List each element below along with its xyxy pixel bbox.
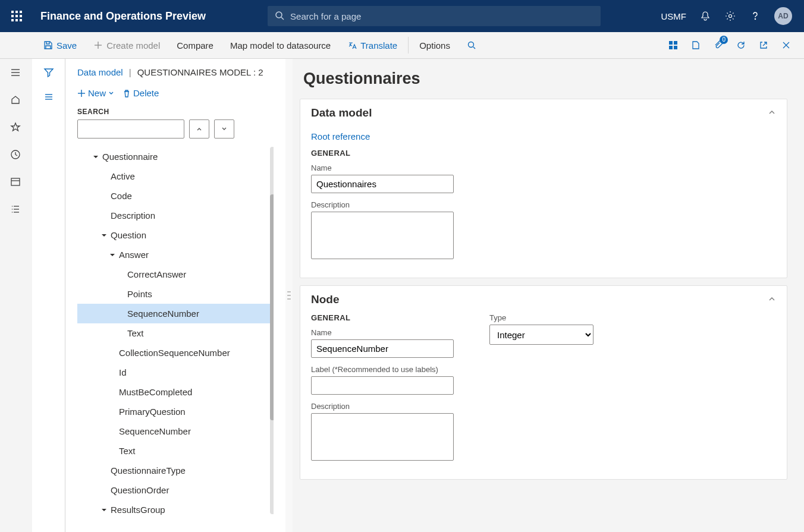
star-icon[interactable] — [10, 122, 22, 134]
avatar[interactable]: AD — [774, 7, 792, 25]
tree-node[interactable]: Points — [77, 284, 274, 304]
caret-icon[interactable] — [108, 251, 117, 259]
breadcrumb-link[interactable]: Data model — [77, 67, 123, 77]
node-type-label: Type — [489, 313, 593, 322]
tree-node[interactable]: Id — [77, 363, 274, 382]
search-icon — [275, 11, 284, 22]
tree-node[interactable]: Answer — [77, 245, 274, 265]
tree-node-label: QuestionOrder — [111, 485, 169, 495]
caret-icon — [108, 388, 117, 396]
hamburger-icon[interactable] — [10, 67, 22, 79]
caret-icon — [117, 290, 125, 298]
refresh-icon[interactable] — [735, 39, 747, 51]
tree-node[interactable]: Question — [77, 225, 274, 245]
global-search[interactable] — [268, 6, 601, 26]
filter-icon[interactable] — [43, 67, 54, 80]
tree-node-label: ResultsGroup — [111, 505, 165, 515]
home-icon[interactable] — [10, 95, 22, 106]
list-toggle-icon[interactable] — [43, 92, 54, 104]
node-label-input[interactable] — [311, 376, 454, 395]
caret-icon[interactable] — [100, 506, 108, 514]
tree-node[interactable]: ResultsGroup — [77, 500, 274, 520]
description-label: Description — [311, 200, 776, 209]
svg-rect-0 — [11, 11, 14, 13]
tree-node[interactable]: Description — [77, 206, 274, 225]
tree-node[interactable]: SequenceNumber — [77, 304, 274, 323]
page-title: Questionnaires — [303, 70, 787, 88]
tree-node[interactable]: Questionnaire — [77, 147, 274, 166]
search-up-button[interactable] — [189, 119, 209, 138]
caret-icon[interactable] — [92, 153, 100, 161]
tree-node-label: SequenceNumber — [119, 426, 191, 436]
bell-icon[interactable] — [699, 10, 711, 22]
general-heading: GENERAL — [311, 149, 776, 158]
svg-rect-7 — [15, 19, 18, 21]
attachment-icon[interactable]: 0 — [712, 39, 724, 51]
gear-icon[interactable] — [724, 10, 736, 22]
modules-icon[interactable] — [10, 204, 22, 216]
page-icon[interactable] — [690, 39, 702, 51]
tree-node[interactable]: QuestionnaireType — [77, 461, 274, 480]
help-icon[interactable] — [749, 10, 761, 22]
search-action-icon[interactable] — [458, 32, 485, 58]
search-down-button[interactable] — [214, 119, 234, 138]
node-name-input[interactable] — [311, 339, 454, 358]
compare-button[interactable]: Compare — [168, 32, 222, 58]
tree-search-input[interactable] — [77, 119, 184, 138]
translate-button[interactable]: Translate — [339, 32, 406, 58]
options-button[interactable]: Options — [411, 32, 458, 58]
svg-point-43 — [290, 295, 291, 296]
close-icon[interactable] — [780, 39, 792, 51]
tree-node[interactable]: CollectionSequenceNumber — [77, 343, 274, 363]
node-description-input[interactable] — [311, 413, 454, 461]
tree-node[interactable]: Text — [77, 323, 274, 343]
create-model-label: Create model — [106, 40, 160, 51]
delete-button[interactable]: Delete — [123, 88, 159, 98]
scrollbar[interactable] — [270, 147, 274, 514]
node-type-select[interactable]: Integer — [489, 325, 593, 345]
root-reference-link[interactable]: Root reference — [311, 131, 370, 141]
svg-point-9 — [276, 12, 282, 18]
splitter-handle[interactable] — [285, 59, 293, 532]
caret-icon — [108, 408, 117, 416]
grid-icon[interactable] — [667, 39, 679, 51]
tree-node[interactable]: CorrectAnswer — [77, 265, 274, 284]
tree-node[interactable]: SequenceNumber — [77, 421, 274, 441]
datamodel-description-input[interactable] — [311, 212, 454, 259]
recent-icon[interactable] — [10, 149, 22, 161]
tree-node[interactable]: Active — [77, 166, 274, 186]
svg-rect-17 — [669, 41, 673, 45]
popout-icon[interactable] — [758, 39, 770, 51]
tree-node-label: QuestionnaireType — [111, 465, 186, 476]
waffle-icon[interactable] — [7, 7, 26, 26]
tree-node-label: Text — [119, 446, 136, 456]
caret-icon — [108, 447, 117, 455]
tree-node[interactable]: Text — [77, 441, 274, 461]
chevron-up-icon[interactable] — [768, 293, 776, 306]
svg-rect-4 — [15, 15, 18, 17]
caret-icon — [108, 349, 117, 357]
tree-node[interactable]: MustBeCompleted — [77, 382, 274, 402]
tree-node-label: Id — [119, 367, 127, 377]
tree-node-label: Text — [127, 328, 144, 338]
global-search-input[interactable] — [290, 11, 593, 21]
tree-node[interactable]: PrimaryQuestion — [77, 402, 274, 421]
company-code[interactable]: USMF — [661, 11, 687, 21]
tree-node[interactable]: QuestionOrder — [77, 480, 274, 500]
new-button[interactable]: New — [77, 88, 114, 98]
caret-icon — [100, 486, 108, 495]
workspace-icon[interactable] — [10, 177, 22, 188]
card-title: Node — [311, 293, 340, 306]
detail-panel: Questionnaires Data model Root reference… — [293, 59, 804, 532]
map-model-button[interactable]: Map model to datasource — [222, 32, 339, 58]
save-button[interactable]: Save — [35, 32, 85, 58]
tree-node[interactable]: Code — [77, 186, 274, 206]
caret-icon — [108, 427, 117, 436]
app-title: Finance and Operations Preview — [40, 10, 206, 23]
create-model-button[interactable]: Create model — [85, 32, 168, 58]
caret-icon — [100, 212, 108, 220]
chevron-up-icon[interactable] — [768, 106, 776, 119]
datamodel-name-input[interactable] — [311, 175, 454, 193]
caret-icon[interactable] — [100, 231, 108, 240]
svg-rect-8 — [20, 19, 22, 21]
